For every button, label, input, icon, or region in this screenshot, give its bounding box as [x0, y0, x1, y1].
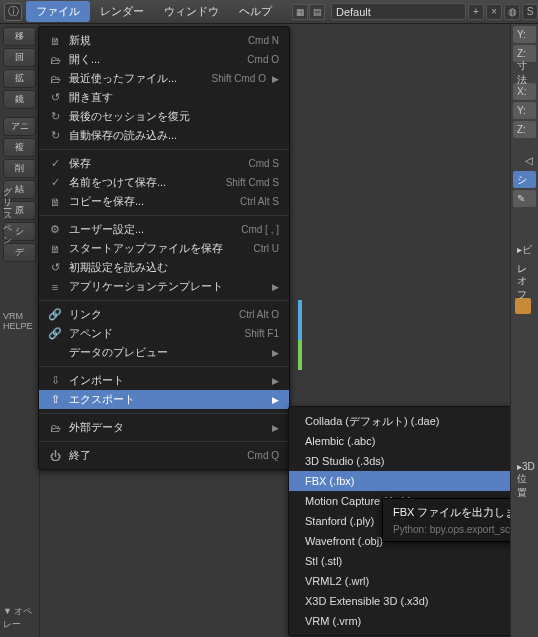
properties-region: Y: Z: 寸法 X: Y: Z: ◁ シ ✎ ▸ ビ レ オフ ▸ 3D 位置: [510, 24, 538, 637]
⇩-icon: ⇩: [47, 373, 63, 389]
manipulator-gizmo: [290, 300, 310, 380]
menu-item[interactable]: ↻自動保存の読み込み...: [39, 126, 289, 145]
menu-item[interactable]: ↻最後のセッションを復元: [39, 107, 289, 126]
menu-item[interactable]: 🗎新規Cmd N: [39, 31, 289, 50]
tool-mirror[interactable]: 鏡: [3, 90, 36, 109]
menu-item-shortcut: Ctrl U: [253, 243, 279, 254]
globe-icon[interactable]: ◍: [504, 4, 520, 20]
menu-item-label: 自動保存の読み込み...: [69, 128, 279, 143]
export-item[interactable]: Collada (デフォルト) (.dae): [289, 411, 533, 431]
menu-item[interactable]: 🗁開く...Cmd O: [39, 50, 289, 69]
shelf-sect-1[interactable]: 複: [3, 138, 36, 157]
menu-item-shortcut: Ctrl Alt S: [240, 196, 279, 207]
✓-icon: ✓: [47, 175, 63, 191]
shelf-sect-0[interactable]: アニ: [3, 117, 36, 136]
chevron-right-icon: ▶: [272, 423, 279, 433]
export-item[interactable]: VRM (.vrm): [289, 611, 533, 631]
export-item[interactable]: Alembic (.abc): [289, 431, 533, 451]
menu-item-label: 終了: [69, 448, 247, 463]
tool-rotate[interactable]: 回: [3, 48, 36, 67]
menu-item-label: エクスポート: [69, 392, 266, 407]
menu-item-label: 最後のセッションを復元: [69, 109, 279, 124]
tool-shelf: 移 回 拡 鏡 アニ 複 削 結 原 シ デ VRM HELPE ▼ オペレー: [0, 24, 40, 637]
↺-icon: ↺: [47, 90, 63, 106]
scene-selector[interactable]: Default: [331, 3, 466, 20]
menu-item[interactable]: データのプレビュー▶: [39, 343, 289, 362]
🔗-icon: 🔗: [47, 307, 63, 323]
menu-item[interactable]: ⇧エクスポート▶: [39, 390, 289, 409]
menu-item[interactable]: ⚙ユーザー設定...Cmd [ , ]: [39, 220, 289, 239]
panel-tab-view[interactable]: ▸ ビ: [513, 241, 536, 258]
top-menu-bar: ⓘ ファイル レンダー ウィンドウ ヘルプ ▦ ▤ Default + × ◍ …: [0, 0, 538, 24]
tool-move[interactable]: 移: [3, 27, 36, 46]
menu-item[interactable]: 🗁外部データ▶: [39, 418, 289, 437]
menu-render[interactable]: レンダー: [90, 1, 154, 22]
operator-label: ▼ オペレー: [0, 601, 39, 637]
↻-icon: ↻: [47, 109, 63, 125]
⚙-icon: ⚙: [47, 222, 63, 238]
menu-item[interactable]: 🗎スタートアップファイルを保存Ctrl U: [39, 239, 289, 258]
⇧-icon: ⇧: [47, 392, 63, 408]
layout-switcher[interactable]: ▦ ▤: [292, 4, 325, 20]
layout-icon-1[interactable]: ▦: [292, 4, 308, 20]
menu-item[interactable]: 🗁最近使ったファイル...Shift Cmd O▶: [39, 69, 289, 88]
scene-remove-icon[interactable]: ×: [486, 4, 502, 20]
info-icon[interactable]: ⓘ: [4, 3, 22, 21]
menu-file[interactable]: ファイル: [26, 1, 90, 22]
menu-item-shortcut: Cmd Q: [247, 450, 279, 461]
menu-item[interactable]: ✓名前をつけて保存...Shift Cmd S: [39, 173, 289, 192]
triangle-icon[interactable]: ◁: [513, 152, 536, 169]
panel-tab-off[interactable]: オフ: [513, 279, 536, 296]
pencil-icon[interactable]: ✎: [513, 190, 536, 207]
dim-label: 寸法: [513, 64, 536, 81]
export-item[interactable]: Stl (.stl): [289, 551, 533, 571]
menu-item[interactable]: 🗎コピーを保存...Ctrl Alt S: [39, 192, 289, 211]
menu-item[interactable]: ≡アプリケーションテンプレート▶: [39, 277, 289, 296]
menu-help[interactable]: ヘルプ: [229, 1, 282, 22]
menu-item-shortcut: Ctrl Alt O: [239, 309, 279, 320]
shelf-sect-6[interactable]: デ: [3, 243, 36, 262]
menu-item[interactable]: ⏻終了Cmd Q: [39, 446, 289, 465]
menu-item-shortcut: Cmd N: [248, 35, 279, 46]
menu-item[interactable]: ↺初期設定を読み込む: [39, 258, 289, 277]
menu-item[interactable]: 🔗アペンドShift F1: [39, 324, 289, 343]
export-item[interactable]: 3D Studio (.3ds): [289, 451, 533, 471]
export-item[interactable]: FBX (.fbx): [289, 471, 533, 491]
✓-icon: ✓: [47, 156, 63, 172]
scene-add-icon[interactable]: +: [468, 4, 484, 20]
menu-item-label: 名前をつけて保存...: [69, 175, 226, 190]
panel-pos-label[interactable]: 位置: [513, 477, 536, 494]
menu-item[interactable]: ⇩インポート▶: [39, 371, 289, 390]
menu-item-shortcut: Shift Cmd O: [212, 73, 266, 84]
file-menu-dropdown: 🗎新規Cmd N🗁開く...Cmd O🗁最近使ったファイル...Shift Cm…: [38, 26, 290, 470]
dim-z[interactable]: Z:: [513, 121, 536, 138]
chevron-right-icon: ▶: [272, 282, 279, 292]
dim-y[interactable]: Y:: [513, 102, 536, 119]
⏻-icon: ⏻: [47, 448, 63, 464]
menu-window[interactable]: ウィンドウ: [154, 1, 229, 22]
menu-item[interactable]: 🔗リンクCtrl Alt O: [39, 305, 289, 324]
≡-icon: ≡: [47, 279, 63, 295]
panel-tab-shading[interactable]: シ: [513, 171, 536, 188]
menu-item-label: 初期設定を読み込む: [69, 260, 279, 275]
scene-prefix[interactable]: S: [522, 4, 538, 20]
shelf-sect-2[interactable]: 削: [3, 159, 36, 178]
vrm-helper-label: VRM HELPE: [0, 307, 39, 331]
menu-item-shortcut: Cmd S: [248, 158, 279, 169]
export-item[interactable]: VRML2 (.wrl): [289, 571, 533, 591]
export-item[interactable]: X3D Extensible 3D (.x3d): [289, 591, 533, 611]
vertical-tab-label[interactable]: グリースペン: [1, 180, 14, 242]
layout-icon-2[interactable]: ▤: [309, 4, 325, 20]
tooltip-python: Python: bpy.ops.export_scene: [393, 524, 527, 535]
🗁-icon: 🗁: [47, 52, 63, 68]
menu-item-label: データのプレビュー: [69, 345, 266, 360]
menu-item-shortcut: Shift F1: [245, 328, 279, 339]
🗁-icon: 🗁: [47, 420, 63, 436]
menu-item[interactable]: ↺開き直す: [39, 88, 289, 107]
axis-y[interactable]: Y:: [513, 26, 536, 43]
menu-item[interactable]: ✓保存Cmd S: [39, 154, 289, 173]
tool-scale[interactable]: 拡: [3, 69, 36, 88]
↻-icon: ↻: [47, 128, 63, 144]
menu-item-shortcut: Cmd O: [247, 54, 279, 65]
chevron-right-icon: ▶: [272, 348, 279, 358]
